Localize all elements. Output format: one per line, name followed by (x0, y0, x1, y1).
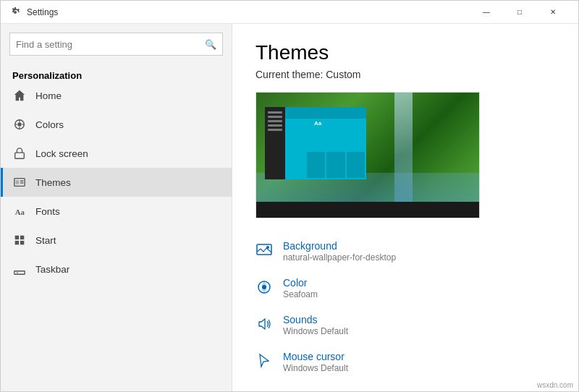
color-subtitle: Seafoam (283, 289, 318, 299)
preview-taskbar (256, 202, 479, 218)
themes-icon (12, 175, 27, 189)
lock-icon (12, 146, 27, 161)
svg-rect-14 (20, 236, 24, 239)
preview-main-area: Aa (285, 107, 366, 179)
background-title: Background (283, 240, 396, 252)
sidebar-line-5 (268, 129, 282, 131)
sidebar-item-lockscreen-label: Lock screen (35, 148, 88, 159)
sidebar-item-fonts-label: Fonts (35, 206, 60, 217)
cursor-subtitle: Windows Default (283, 363, 348, 373)
background-text: Background natural-wallpaper-for-desktop (283, 240, 396, 263)
content-area: 🔍 Personalization Home Colors (1, 24, 578, 391)
svg-point-2 (17, 122, 21, 126)
sidebar-item-colors-label: Colors (35, 119, 64, 130)
search-icon: 🔍 (205, 39, 216, 50)
sidebar-item-taskbar-label: Taskbar (35, 264, 69, 275)
preview-aa-text: Aa (311, 119, 324, 128)
sounds-subtitle: Windows Default (283, 326, 348, 336)
svg-text:Aa: Aa (15, 208, 25, 216)
preview-tiles (305, 150, 366, 179)
settings-window: Settings — □ ✕ 🔍 Personalization Home (0, 0, 579, 392)
maximize-button[interactable]: □ (503, 1, 536, 24)
app-title: Settings (27, 7, 58, 17)
preview-tile-1 (307, 152, 325, 178)
preview-title-bar (285, 107, 366, 119)
fonts-icon: Aa (12, 204, 27, 218)
sounds-icon (255, 315, 273, 333)
title-bar: Settings — □ ✕ (1, 1, 578, 24)
cursor-title: Mouse cursor (283, 351, 348, 362)
sidebar-item-start-label: Start (35, 235, 56, 246)
current-theme-label: Current theme: Custom (255, 69, 555, 80)
svg-point-0 (14, 11, 17, 14)
sidebar-item-fonts[interactable]: Aa Fonts (1, 197, 232, 226)
close-button[interactable]: ✕ (536, 1, 570, 24)
sidebar-item-themes-label: Themes (35, 177, 71, 188)
window-controls: — □ ✕ (470, 1, 570, 24)
svg-point-20 (266, 246, 269, 249)
title-bar-left: Settings (9, 7, 58, 18)
svg-rect-9 (16, 180, 20, 184)
sidebar: 🔍 Personalization Home Colors (1, 24, 232, 391)
cursor-icon (255, 352, 273, 370)
sounds-text: Sounds Windows Default (283, 314, 348, 336)
preview-tile-3 (347, 152, 365, 178)
color-title: Color (283, 277, 318, 289)
background-subtitle: natural-wallpaper-for-desktop (283, 252, 396, 263)
color-text: Color Seafoam (283, 277, 318, 299)
color-icon (255, 278, 273, 296)
search-input[interactable] (16, 39, 205, 50)
svg-rect-7 (15, 153, 25, 158)
sidebar-item-colors[interactable]: Colors (1, 110, 232, 139)
cursor-text: Mouse cursor Windows Default (283, 351, 348, 373)
settings-app-icon (9, 7, 21, 18)
theme-item-sounds[interactable]: Sounds Windows Default (255, 307, 555, 344)
sidebar-item-start[interactable]: Start (1, 226, 232, 255)
colors-icon (12, 117, 27, 132)
sidebar-item-taskbar[interactable]: Taskbar (1, 255, 232, 284)
svg-point-22 (262, 285, 266, 289)
sidebar-line-3 (268, 120, 282, 122)
preview-tile-2 (326, 152, 345, 178)
taskbar-icon (12, 262, 27, 276)
svg-rect-13 (15, 236, 19, 239)
svg-rect-15 (15, 241, 19, 244)
theme-item-cursor[interactable]: Mouse cursor Windows Default (255, 344, 555, 380)
search-box[interactable]: 🔍 (9, 33, 223, 56)
sidebar-line-1 (268, 111, 282, 114)
sidebar-item-home[interactable]: Home (1, 81, 232, 110)
main-panel: Themes Current theme: Custom (232, 24, 578, 391)
sidebar-line-4 (268, 124, 282, 127)
minimize-button[interactable]: — (470, 1, 503, 24)
sounds-title: Sounds (283, 314, 348, 325)
page-title: Themes (255, 41, 555, 64)
svg-rect-17 (14, 271, 25, 275)
sidebar-line-2 (268, 116, 282, 118)
svg-rect-16 (20, 241, 24, 244)
start-icon (12, 233, 27, 247)
sidebar-item-themes[interactable]: Themes (1, 168, 232, 197)
home-icon (12, 88, 27, 103)
sidebar-item-home-label: Home (35, 90, 62, 101)
window-preview-overlay: Aa (265, 107, 366, 179)
watermark: wsxdn.com (537, 381, 573, 389)
theme-item-background[interactable]: Background natural-wallpaper-for-desktop (255, 233, 555, 270)
preview-sidebar (265, 107, 285, 179)
theme-item-color[interactable]: Color Seafoam (255, 270, 555, 307)
theme-background: Aa (256, 93, 479, 218)
sidebar-item-lockscreen[interactable]: Lock screen (1, 139, 232, 168)
background-icon (255, 242, 273, 259)
theme-preview: Aa (255, 92, 480, 218)
